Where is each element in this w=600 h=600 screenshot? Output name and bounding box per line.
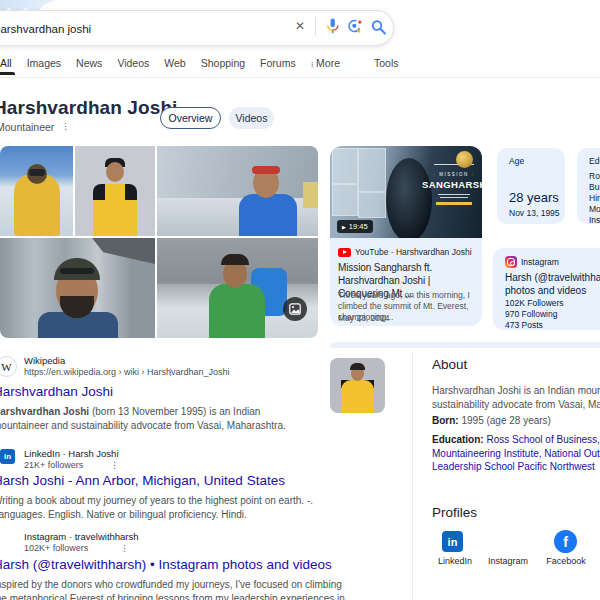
education-card[interactable]: Education Ross School of Business, Himal… [577, 148, 600, 224]
entity-subtitle: Mountaineer [0, 121, 54, 133]
education-value: Ross School of Business, Himalayan Mount… [589, 171, 600, 224]
tab-images[interactable]: Images [27, 57, 61, 69]
poster-title: SANGHARSH [422, 179, 482, 190]
result-snippet: Inspired by the donors who crowdfunded m… [0, 578, 345, 600]
age-date: Nov 13, 1995 [509, 208, 560, 218]
linkedin-favicon: in [0, 449, 15, 464]
profile-label[interactable]: LinkedIn [438, 556, 468, 566]
result-source[interactable]: Wikipedia [24, 355, 65, 366]
photo-studio[interactable] [75, 146, 155, 236]
videos-chip[interactable]: Videos [229, 107, 274, 129]
age-value: 28 years [509, 190, 559, 205]
tab-more[interactable]: ⁝ More [311, 57, 340, 69]
tab-web[interactable]: Web [164, 57, 185, 69]
tools-button[interactable]: Tools [374, 57, 399, 69]
profiles-heading: Profiles [432, 505, 477, 520]
lens-icon[interactable] [347, 18, 362, 34]
result-source[interactable]: Instagram · travelwithharsh [24, 531, 139, 542]
result-followers: 21K+ followers [24, 460, 83, 470]
photo-green-jacket[interactable] [157, 238, 318, 338]
video-duration-badge: ▶19:45 [337, 220, 373, 233]
tab-news[interactable]: News [76, 57, 102, 69]
following-count: 970 Following [505, 309, 564, 320]
instagram-favicon [0, 532, 15, 547]
poster-accent-bar [436, 202, 472, 205]
wikipedia-favicon: W [0, 356, 17, 377]
about-text: Harshvardhan Joshi is an Indian mountain… [432, 384, 600, 411]
photo-summit[interactable] [0, 146, 73, 236]
searchbar-divider [315, 17, 316, 36]
poster-award-badge [456, 151, 473, 168]
instagram-card-label: Instagram [521, 257, 559, 267]
result-title[interactable]: Harsh Joshi - Ann Arbor, Michigan, Unite… [0, 473, 285, 488]
result-more-icon[interactable]: ⋮ [120, 543, 129, 553]
overview-chip[interactable]: Overview [160, 107, 221, 129]
photo-street-selfie[interactable] [0, 238, 155, 338]
poster-kicker: · MISSION · [426, 172, 482, 177]
clear-icon[interactable]: ✕ [295, 20, 305, 32]
more-images-button[interactable] [283, 297, 307, 321]
microphone-icon[interactable] [325, 18, 340, 34]
tab-shopping[interactable]: Shopping [201, 57, 245, 69]
tab-all[interactable]: All [0, 57, 12, 69]
about-born: Born: 1995 (age 28 years) [432, 415, 551, 426]
entity-more-icon[interactable]: ⋮ [61, 121, 70, 131]
tab-videos[interactable]: Videos [117, 57, 149, 69]
photo-basecamp-selfie[interactable] [157, 146, 318, 236]
profile-label[interactable]: Instagram [488, 556, 528, 566]
poster-face-silhouette [386, 158, 432, 238]
age-label: Age [509, 156, 524, 166]
youtube-icon [338, 248, 351, 257]
header-divider [0, 77, 600, 78]
profile-label[interactable]: Facebook [546, 556, 586, 566]
result-thumbnail[interactable] [330, 358, 385, 413]
result-more-icon[interactable]: ⋮ [110, 460, 119, 470]
video-date: May 23, 2024 [338, 313, 390, 323]
page-title: Harshvardhan Joshi [0, 97, 177, 119]
result-snippet: Writing a book about my journey of years… [0, 494, 345, 521]
search-input[interactable]: harshvardhan joshi [0, 23, 91, 35]
tab-forums[interactable]: Forums [260, 57, 296, 69]
about-heading: About [432, 357, 467, 372]
search-icon[interactable] [371, 19, 386, 35]
next-card-edge [330, 342, 600, 348]
posts-count: 473 Posts [505, 320, 564, 330]
result-title[interactable]: Harsh (@travelwithharsh) • Instagram pho… [0, 557, 332, 572]
column-divider [412, 352, 413, 600]
result-tabs: All Images News Videos Web Shopping Foru… [0, 57, 340, 69]
instagram-card[interactable]: Instagram Harsh (@travelwithharsh) • Ins… [493, 248, 600, 330]
instagram-card-title[interactable]: Harsh (@travelwithharsh) • Instagram pho… [505, 271, 600, 297]
result-followers: 102K+ followers [24, 543, 88, 553]
result-url[interactable]: https://en.wikipedia.org › wiki › Harshv… [24, 367, 230, 377]
image-icon [289, 303, 301, 315]
facebook-icon[interactable]: f [554, 530, 577, 553]
about-education: Education: Ross School of Business, Hima… [432, 433, 600, 474]
video-source[interactable]: YouTube · Harshvardhan Joshi [338, 247, 472, 257]
linkedin-icon[interactable]: in [442, 531, 463, 552]
result-source[interactable]: LinkedIn · Harsh Joshi [24, 448, 119, 459]
result-more-icon[interactable]: ⋮ [166, 367, 175, 377]
education-label: Education [589, 156, 600, 166]
instagram-icon [505, 256, 517, 268]
age-card[interactable]: Age 28 years Nov 13, 1995 [497, 148, 565, 224]
active-tab-underline [0, 72, 15, 75]
result-title[interactable]: Harshvardhan Joshi [0, 384, 113, 399]
result-snippet: Harshvardhan Joshi (born 13 November 199… [0, 405, 301, 432]
followers-count: 102K Followers [505, 298, 564, 309]
